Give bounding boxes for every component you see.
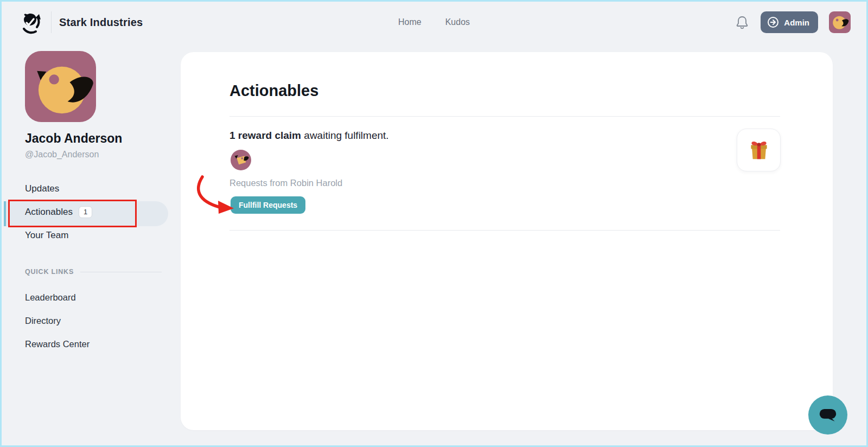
quick-link-label: Directory — [25, 316, 61, 326]
top-right-actions: Admin — [735, 11, 851, 33]
page: Stark Industries Home Kudos — [0, 0, 868, 447]
sidebar-item-leaderboard[interactable]: Leaderboard — [3, 286, 177, 309]
top-navbar: Stark Industries Home Kudos — [3, 3, 865, 41]
quick-link-label: Rewards Center — [25, 339, 90, 349]
profile-handle: @Jacob_Anderson — [25, 150, 99, 159]
admin-button-label: Admin — [784, 18, 809, 27]
fulfill-requests-button[interactable]: Fullfill Requests — [231, 196, 305, 214]
brand-divider — [51, 11, 52, 33]
sidebar-item-label: Your Team — [25, 230, 68, 241]
claim-summary: 1 reward claim awaiting fulfilment. — [229, 130, 389, 142]
profile-avatar[interactable] — [25, 51, 96, 122]
admin-button[interactable]: Admin — [761, 11, 818, 33]
quick-link-label: Leaderboard — [25, 292, 76, 303]
chat-bubble-icon — [816, 403, 840, 427]
claim-count: 1 reward claim — [229, 130, 301, 141]
switch-account-icon — [767, 16, 779, 28]
user-avatar[interactable] — [829, 11, 851, 33]
divider — [229, 116, 780, 117]
sidebar-item-directory[interactable]: Directory — [3, 309, 177, 332]
sidebar-item-actionables[interactable]: Actionables 1 — [3, 200, 177, 224]
nav-link-kudos[interactable]: Kudos — [445, 17, 470, 27]
page-title: Actionables — [229, 82, 318, 100]
main-panel: Actionables 1 reward claim awaiting fulf… — [181, 52, 833, 430]
sidebar-item-label: Actionables — [25, 207, 73, 218]
notification-bell-icon[interactable] — [735, 15, 750, 30]
profile-name: Jacob Anderson — [25, 131, 122, 146]
requests-from-text: Requests from Robin Harold — [229, 178, 342, 188]
divider — [229, 230, 780, 231]
nav-link-home[interactable]: Home — [398, 17, 422, 27]
sidebar-item-your-team[interactable]: Your Team — [3, 224, 177, 247]
top-nav: Home Kudos — [398, 17, 470, 27]
quick-links-header: QUICK LINKS — [25, 268, 162, 276]
gift-icon — [745, 136, 773, 164]
chat-widget-button[interactable] — [808, 395, 847, 435]
reward-gift-card[interactable] — [737, 129, 781, 171]
sidebar-item-rewards-center[interactable]: Rewards Center — [3, 333, 177, 355]
app-logo-icon[interactable] — [17, 9, 43, 35]
brand: Stark Industries — [17, 9, 143, 35]
sidebar-item-updates[interactable]: Updates — [3, 177, 177, 201]
actionables-count-badge: 1 — [79, 206, 92, 218]
sidebar: Jacob Anderson @Jacob_Anderson Updates A… — [3, 41, 177, 444]
requester-avatar[interactable] — [231, 150, 251, 170]
sidebar-item-label: Updates — [25, 183, 59, 194]
claim-rest: awaiting fulfilment. — [301, 130, 389, 141]
brand-name: Stark Industries — [59, 16, 143, 29]
